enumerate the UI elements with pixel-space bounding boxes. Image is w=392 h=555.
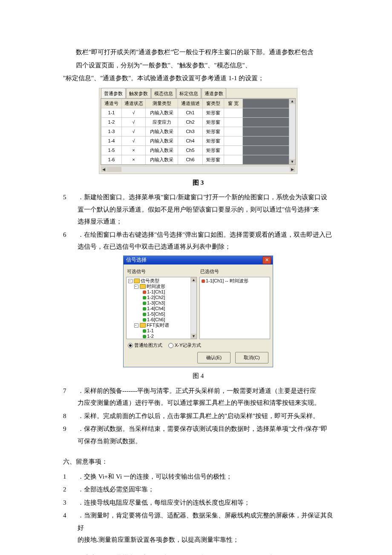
radio-icon <box>128 343 133 348</box>
scroll-thumb[interactable] <box>107 167 121 172</box>
scroll-right-icon[interactable]: ▶ <box>290 167 295 172</box>
signal-selector-dialog: 信号选择 ✕ 可选信号 信号类型 时间波形 1-1[Ch1] 1-2[Ch2] … <box>123 256 273 368</box>
item-number: 5 <box>63 191 78 228</box>
folder-icon <box>140 323 146 328</box>
item-number: 8 <box>63 410 78 422</box>
page: 数栏"即可打开或关闭"通道参数栏"它一般位于程序主窗口的最下部。通道参数栏包含 … <box>0 0 392 555</box>
leaf-icon <box>202 279 205 283</box>
dialog-title: 信号选择 <box>126 255 147 265</box>
note-item-5: 5 ．应变调理器共模电压应不超过±10V（DC 或 AC 峰值）。否则，放大器的… <box>63 552 333 555</box>
intro-line-1: 数栏"即可打开或关闭"通道参数栏"它一般位于程序主窗口的最下部。通道参数栏包含 <box>63 46 333 58</box>
item-text: ．新建绘图窗口。选择菜单项"窗口/新建窗口"打开一个新的绘图窗口，系统会为该窗口… <box>78 194 327 200</box>
note-item-3: 3 ．连接导线电阻应尽量低，每组应变计的连线长度也应相等； <box>63 497 333 509</box>
item-text: 的接地.测量前应重新设置各项参数，以提高测量牢靠性； <box>78 536 239 543</box>
folder-icon <box>134 279 140 283</box>
close-icon[interactable]: ✕ <box>262 256 271 264</box>
scroll-up-icon[interactable]: ▲ <box>289 99 295 104</box>
radio-normal-mode[interactable]: 普通绘图方式 <box>128 341 162 350</box>
item-text: ．保存测试数据。当采样结束，需要保存该测试项目的数据时，选择菜单项"文件/保存"… <box>78 425 327 432</box>
table-row[interactable]: 1-2√应变应力Ch2矩形窗 <box>101 118 295 127</box>
item-text: ．采样。完成前面的工作以后，点击掌握工具栏上的"启动采样"按钮，即可开头采样。 <box>78 413 319 419</box>
channel-tabs: 普通参数 触发参数 模态信息 标定信息 通道参数 <box>99 88 297 98</box>
list-item-8: 8 ．采样。完成前面的工作以后，点击掌握工具栏上的"启动采样"按钮，即可开头采样… <box>63 410 333 422</box>
item-text: ．采样前的预备-------平衡与清零。正式开头采样前，一般需要对通道（主要是进… <box>78 387 316 394</box>
item-number: 4 <box>63 509 78 546</box>
item-number: 6 <box>63 229 78 253</box>
leaf-icon <box>143 302 146 305</box>
item-text: ．当测量时，肯定要将信号源、适配器、数据采集、屏蔽线构成完整的屏蔽体，并保证其良… <box>78 512 333 531</box>
col-tail <box>243 99 295 108</box>
item-text: 选择显示通道； <box>78 218 122 225</box>
scroll-up-icon[interactable]: ▲ <box>191 277 196 282</box>
table-row[interactable]: 1-1√内输入数采Ch1矩形窗 <box>101 108 295 118</box>
table-row[interactable]: 1-5×内输入数采Ch5矩形窗 <box>101 145 295 155</box>
item-number: 1 <box>63 471 78 483</box>
expand-icon[interactable] <box>134 285 138 289</box>
item-text: ．交换 Vi+和 Vi 一的连接，可以转变输出信号的极性； <box>78 473 232 480</box>
item-text: 置一个默认的显示通道。假如不是用户盼望该窗口要显示的，则可以通过"信号选择"来 <box>78 206 319 213</box>
list-item-9: 9 ．保存测试数据。当采样结束，需要保存该测试项目的数据时，选择菜单项"文件/保… <box>63 423 333 447</box>
horizontal-scrollbar[interactable]: ◀ ▶ <box>101 166 296 172</box>
item-text: 选信号，在已选信号中双击已选通道将从列表中删除； <box>78 243 231 250</box>
intro-line-2: 四个设置页面，分别为"一般参数"、"触发参数"、"模态信息"、 <box>63 59 333 72</box>
leaf-icon <box>143 335 146 338</box>
tab-calib[interactable]: 标定信息 <box>176 88 201 99</box>
col-desc: 通道描述 <box>178 99 203 108</box>
intro-line-3: "标定信息"、"通道参数"。本试验通道参数设置可参考通道 1-1 的设置； <box>63 72 333 84</box>
leaf-icon <box>143 318 146 322</box>
table-header-row: 通道号 通道状态 测量类型 通道描述 窗类型 窗 宽 <box>101 99 295 108</box>
item-text: ．在绘图窗口单击右键选择"信号选择"弹出窗口如图。选择需要观看的通道，双击即进入… <box>78 231 332 238</box>
notes-heading: 六、留意事项： <box>63 456 333 468</box>
list-item-7: 7 ．采样前的预备-------平衡与清零。正式开头采样前，一般需要对通道（主要… <box>63 385 333 409</box>
leaf-icon <box>143 307 146 311</box>
scroll-down-icon[interactable]: ▼ <box>289 159 295 165</box>
item-number: 7 <box>63 385 78 409</box>
leaf-icon <box>143 291 146 294</box>
col-status: 通道状态 <box>122 99 146 108</box>
scroll-left-icon[interactable]: ◀ <box>101 167 107 172</box>
tab-channel[interactable]: 通道参数 <box>202 88 226 99</box>
cancel-button[interactable]: 取消(C) <box>235 352 268 363</box>
expand-icon[interactable] <box>128 279 133 283</box>
col-channel: 通道号 <box>101 99 122 108</box>
leaf-icon <box>143 329 146 333</box>
fig3-caption: 图 3 <box>63 177 333 189</box>
col-width: 窗 宽 <box>224 99 243 108</box>
table-row[interactable]: 1-6×内输入数采Ch6矩形窗 <box>101 155 295 164</box>
col-type: 测量类型 <box>146 99 178 108</box>
item-text: ．全部连线必需坚固牢靠； <box>78 486 154 493</box>
list-item-5: 5 ．新建绘图窗口。选择菜单项"窗口/新建窗口"打开一个新的绘图窗口，系统会为该… <box>63 191 333 228</box>
folder-icon <box>140 284 146 289</box>
tab-modal[interactable]: 模态信息 <box>151 88 176 99</box>
radio-icon <box>168 343 173 348</box>
item-number: 5 <box>63 552 78 555</box>
note-item-4: 4 ．当测量时，肯定要将信号源、适配器、数据采集、屏蔽线构成完整的屏蔽体，并保证… <box>63 509 333 546</box>
item-number: 3 <box>63 497 78 509</box>
fig4-caption: 图 4 <box>63 370 333 382</box>
scroll-down-icon[interactable]: ▼ <box>191 334 196 339</box>
item-text: ．连接导线电阻应尽量低，每组应变计的连线长度也应相等； <box>78 499 250 506</box>
ok-button[interactable]: 确认(E) <box>197 352 231 363</box>
leaf-icon <box>143 313 146 316</box>
note-item-1: 1 ．交换 Vi+和 Vi 一的连接，可以转变输出信号的极性； <box>63 471 333 483</box>
selected-label: 已选信号 <box>199 266 270 277</box>
radio-xy-mode[interactable]: X-Y记录方式 <box>168 341 201 350</box>
list-item-6: 6 ．在绘图窗口单击右键选择"信号选择"弹出窗口如图。选择需要观看的通道，双击即… <box>63 229 333 253</box>
expand-icon[interactable] <box>134 323 138 328</box>
item-number: 9 <box>63 423 78 447</box>
available-label: 可选信号 <box>126 266 197 277</box>
item-text: 力应变测量的通道）进行平衡。可以通过掌握工具栏上的平衡按钮和清零按钮来实现。 <box>78 399 320 406</box>
leaf-icon <box>143 296 146 299</box>
available-list[interactable]: 信号类型 时间波形 1-1[Ch1] 1-2[Ch2] 1-3[Ch3] 1-4… <box>126 277 197 339</box>
tab-trigger[interactable]: 触发参数 <box>126 88 151 99</box>
fig3-screenshot: 普通参数 触发参数 模态信息 标定信息 通道参数 通道号 通道状态 测量类型 <box>63 87 333 174</box>
vertical-scrollbar[interactable]: ▲ ▼ <box>289 99 295 164</box>
vertical-scrollbar[interactable]: ▲ ▼ <box>190 277 196 339</box>
table-row[interactable]: 1-4√内输入数采Ch4矩形窗 <box>101 136 295 145</box>
tab-general[interactable]: 普通参数 <box>101 88 126 99</box>
fig4-screenshot: 信号选择 ✕ 可选信号 信号类型 时间波形 1-1[Ch1] 1-2[Ch2] … <box>63 256 333 368</box>
table-row[interactable]: 1-3√内输入数采Ch3矩形窗 <box>101 127 295 137</box>
selected-list[interactable]: 1-1[Ch1] -- 时间波形 <box>199 277 270 339</box>
dialog-titlebar[interactable]: 信号选择 ✕ <box>124 256 273 264</box>
item-text: 可保存当前测试数据。 <box>78 438 141 445</box>
